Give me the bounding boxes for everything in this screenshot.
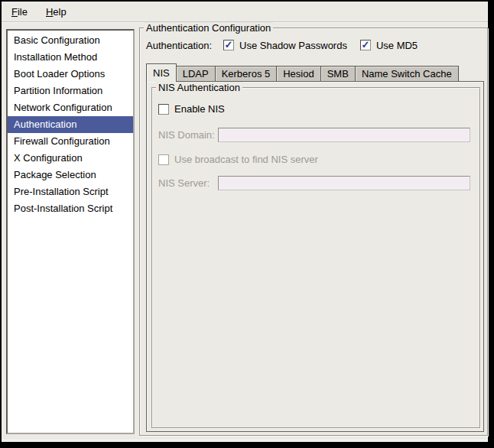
use-broadcast-checkbox[interactable] (158, 154, 169, 165)
nis-server-label: NIS Server: (158, 176, 210, 190)
nis-frame-title: NIS Authentication (156, 82, 242, 93)
nis-domain-input[interactable] (218, 128, 470, 142)
frame-title: Authentication Configuration (144, 22, 273, 34)
authentication-configuration-frame: Authentication Configuration Authenticat… (139, 28, 488, 436)
auth-notebook: NIS LDAP Kerberos 5 Hesiod SMB Name Swit… (146, 63, 484, 432)
authentication-row: Authentication: ✓ Use Shadow Passwords ✓… (146, 38, 431, 52)
checkmark-icon: ✓ (361, 40, 369, 50)
nis-authentication-frame: NIS Authentication Enable NIS NIS Domain… (151, 87, 480, 428)
tab-hesiod[interactable]: Hesiod (276, 66, 320, 81)
tab-bar: NIS LDAP Kerberos 5 Hesiod SMB Name Swit… (146, 63, 484, 81)
nis-domain-label: NIS Domain: (158, 128, 215, 142)
enable-nis-label: Enable NIS (174, 103, 225, 115)
use-shadow-passwords-label: Use Shadow Passwords (239, 40, 347, 51)
tab-nis[interactable]: NIS (146, 63, 177, 82)
sidebar-item-network-configuration[interactable]: Network Configuration (8, 99, 133, 116)
tab-name-switch-cache[interactable]: Name Switch Cache (355, 66, 459, 81)
window-frame: File Help Basic Configuration Installati… (0, 0, 494, 448)
sidebar-item-authentication[interactable]: Authentication (8, 116, 133, 133)
window-bottom-ridge (2, 440, 488, 440)
sidebar-item-boot-loader-options[interactable]: Boot Loader Options (8, 66, 133, 83)
sidebar-item-firewall-configuration[interactable]: Firewall Configuration (8, 133, 133, 150)
authentication-label: Authentication: (146, 40, 212, 51)
menubar: File Help (2, 2, 488, 22)
nis-server-input[interactable] (218, 176, 470, 190)
use-broadcast-row[interactable]: Use broadcast to find NIS server (158, 154, 318, 165)
tab-kerberos5[interactable]: Kerberos 5 (215, 66, 278, 81)
use-shadow-passwords-group[interactable]: ✓ Use Shadow Passwords (223, 40, 347, 51)
use-md5-label: Use MD5 (376, 40, 418, 51)
sidebar-item-x-configuration[interactable]: X Configuration (8, 150, 133, 167)
tab-smb[interactable]: SMB (320, 66, 356, 81)
use-shadow-passwords-checkbox[interactable]: ✓ (223, 40, 234, 50)
sidebar-item-installation-method[interactable]: Installation Method (8, 49, 133, 66)
sidebar-item-post-installation-script[interactable]: Post-Installation Script (8, 200, 133, 217)
use-broadcast-label: Use broadcast to find NIS server (174, 154, 318, 165)
sidebar-item-package-selection[interactable]: Package Selection (8, 167, 133, 183)
app-window: File Help Basic Configuration Installati… (2, 2, 488, 442)
sidebar-category-list: Basic Configuration Installation Method … (6, 29, 135, 434)
nis-tab-page: NIS Authentication Enable NIS NIS Domain… (146, 81, 484, 432)
use-md5-checkbox[interactable]: ✓ (360, 40, 371, 50)
sidebar-item-basic-configuration[interactable]: Basic Configuration (8, 32, 133, 49)
menu-file[interactable]: File (6, 4, 33, 20)
sidebar-item-partition-information[interactable]: Partition Information (8, 83, 133, 99)
use-md5-group[interactable]: ✓ Use MD5 (360, 40, 418, 51)
sidebar-item-pre-installation-script[interactable]: Pre-Installation Script (8, 183, 133, 200)
enable-nis-row[interactable]: Enable NIS (158, 103, 225, 115)
checkmark-icon: ✓ (225, 40, 233, 50)
enable-nis-checkbox[interactable] (158, 104, 169, 115)
menu-help[interactable]: Help (41, 4, 72, 20)
tab-ldap[interactable]: LDAP (176, 66, 216, 81)
